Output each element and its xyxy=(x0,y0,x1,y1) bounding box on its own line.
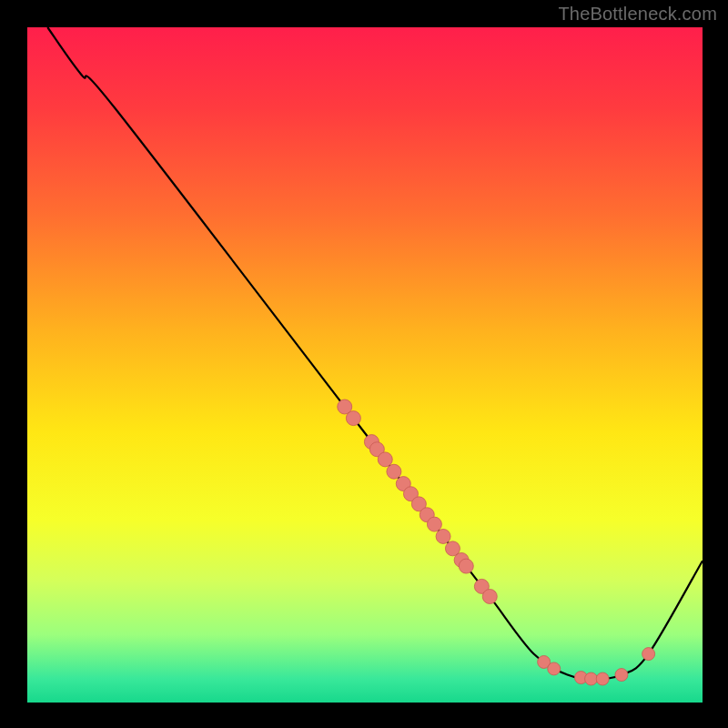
data-point xyxy=(346,411,360,426)
bottleneck-chart xyxy=(0,0,728,728)
plot-background xyxy=(27,27,703,703)
data-point xyxy=(596,672,609,685)
data-point xyxy=(427,517,441,531)
watermark-label: TheBottleneck.com xyxy=(558,4,717,25)
data-point xyxy=(459,559,473,573)
data-point xyxy=(585,672,598,685)
data-point xyxy=(387,464,401,479)
data-point xyxy=(378,452,392,467)
data-point xyxy=(482,590,497,604)
data-point xyxy=(548,662,561,675)
data-point xyxy=(615,669,628,682)
data-point xyxy=(436,529,450,543)
chart-container: TheBottleneck.com xyxy=(0,0,728,728)
data-point xyxy=(642,648,655,661)
